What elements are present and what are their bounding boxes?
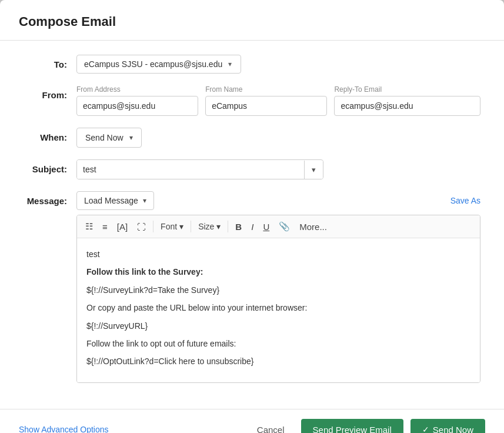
from-name-group: From Name <box>205 85 327 116</box>
editor-toolbar: ☷ ≡ [A] ⛶ Font <box>77 215 480 238</box>
italic-btn[interactable]: I <box>248 219 257 234</box>
italic-label: I <box>251 222 253 232</box>
editor-line-6: Follow the link to opt out of future ema… <box>86 337 470 350</box>
size-chevron-icon: ▾ <box>216 222 221 231</box>
image-btn[interactable]: ⛶ <box>133 219 149 234</box>
reply-to-input[interactable] <box>334 96 480 116</box>
editor-line-7: ${!://OptOutLink?d=Click here to unsubsc… <box>86 355 470 368</box>
list-icon-btn[interactable]: ≡ <box>99 219 111 234</box>
toolbar-sep-2 <box>191 221 191 232</box>
send-now-button[interactable]: ✓ Send Now <box>410 419 485 433</box>
merge-field-btn[interactable]: [A] <box>114 219 131 234</box>
font-dropdown[interactable]: Font ▾ <box>157 219 187 234</box>
send-now-label: Send Now <box>433 425 473 433</box>
when-control: Send Now ▾ <box>76 128 480 148</box>
when-label: When: <box>24 128 76 142</box>
save-as-link[interactable]: Save As <box>450 196 480 205</box>
cancel-button[interactable]: Cancel <box>248 420 294 433</box>
to-control: eCampus SJSU - ecampus@sjsu.edu ▾ <box>76 55 480 74</box>
attachment-btn[interactable]: 📎 <box>275 219 293 234</box>
modal-body: To: eCampus SJSU - ecampus@sjsu.edu ▾ Fr… <box>0 41 504 409</box>
subject-control: ▾ <box>76 159 480 179</box>
editor-line-5: ${!://SurveyURL} <box>86 319 470 332</box>
editor-line-1: test <box>86 248 470 261</box>
bold-btn[interactable]: B <box>232 219 245 234</box>
subject-input[interactable] <box>77 160 304 179</box>
footer-right: Cancel Send Preview Email ✓ Send Now <box>248 419 485 433</box>
from-name-input[interactable] <box>205 96 327 116</box>
message-row: Message: Load Message ▾ Save As ☷ <box>24 191 480 383</box>
subject-row: Subject: ▾ <box>24 159 480 179</box>
from-control: From Address From Name Reply-To Email <box>76 85 480 116</box>
editor-line-4: Or copy and paste the URL below into you… <box>86 301 470 314</box>
to-value: eCampus SJSU - ecampus@sjsu.edu <box>84 59 222 69</box>
merge-field-icon: [A] <box>117 222 128 232</box>
from-fields: From Address From Name Reply-To Email <box>76 85 480 116</box>
underline-label: U <box>263 222 269 232</box>
when-chevron-icon: ▾ <box>129 134 133 142</box>
from-address-sublabel: From Address <box>76 85 198 94</box>
bold-label: B <box>235 222 242 232</box>
subject-dropdown-btn[interactable]: ▾ <box>304 161 323 179</box>
font-label: Font <box>161 222 177 231</box>
size-dropdown[interactable]: Size ▾ <box>195 219 224 234</box>
message-header: Load Message ▾ Save As <box>76 191 480 210</box>
when-row: When: Send Now ▾ <box>24 128 480 148</box>
editor-line-3: ${!://SurveyLink?d=Take the Survey} <box>86 284 470 297</box>
image-icon: ⛶ <box>137 222 146 232</box>
modal-title: Compose Email <box>19 14 485 29</box>
toolbar-sep-1 <box>153 221 153 232</box>
modal-footer: Show Advanced Options Cancel Send Previe… <box>0 409 504 433</box>
compose-email-modal: Compose Email To: eCampus SJSU - ecampus… <box>0 0 504 433</box>
editor-line-2: Follow this link to the Survey: <box>86 265 470 278</box>
reply-to-group: Reply-To Email <box>334 85 480 116</box>
from-address-input[interactable] <box>76 96 198 116</box>
to-row: To: eCampus SJSU - ecampus@sjsu.edu ▾ <box>24 55 480 74</box>
from-name-sublabel: From Name <box>205 85 327 94</box>
checkmark-icon: ✓ <box>422 425 429 433</box>
more-btn[interactable]: More... <box>296 219 331 234</box>
modal-header: Compose Email <box>0 0 504 41</box>
when-value: Send Now <box>85 133 124 142</box>
more-label: More... <box>299 222 327 232</box>
to-label: To: <box>24 55 76 69</box>
show-advanced-link[interactable]: Show Advanced Options <box>19 425 109 433</box>
send-preview-button[interactable]: Send Preview Email <box>301 419 403 433</box>
when-dropdown[interactable]: Send Now ▾ <box>76 128 142 148</box>
subject-input-group: ▾ <box>76 159 323 179</box>
toolbar-sep-3 <box>228 221 228 232</box>
load-message-button[interactable]: Load Message ▾ <box>76 191 154 210</box>
template-icon: ☷ <box>85 221 93 232</box>
from-address-group: From Address <box>76 85 198 116</box>
load-message-chevron-icon: ▾ <box>143 196 146 205</box>
reply-to-sublabel: Reply-To Email <box>334 85 480 94</box>
load-message-label: Load Message <box>84 196 138 205</box>
to-chevron-icon: ▾ <box>228 60 232 68</box>
font-chevron-icon: ▾ <box>179 222 183 231</box>
size-label: Size <box>198 222 214 231</box>
editor-content[interactable]: test Follow this link to the Survey: ${!… <box>77 238 480 382</box>
attachment-icon: 📎 <box>279 221 290 232</box>
from-label: From: <box>24 85 76 100</box>
underline-btn[interactable]: U <box>259 219 273 234</box>
from-row: From: From Address From Name Reply-To Em… <box>24 85 480 116</box>
template-icon-btn[interactable]: ☷ <box>82 219 96 234</box>
message-label: Message: <box>24 191 76 206</box>
editor-container: ☷ ≡ [A] ⛶ Font <box>76 215 480 383</box>
subject-label: Subject: <box>24 159 76 174</box>
to-dropdown[interactable]: eCampus SJSU - ecampus@sjsu.edu ▾ <box>76 55 241 74</box>
list-icon: ≡ <box>102 222 108 232</box>
message-control: Load Message ▾ Save As ☷ ≡ <box>76 191 480 383</box>
